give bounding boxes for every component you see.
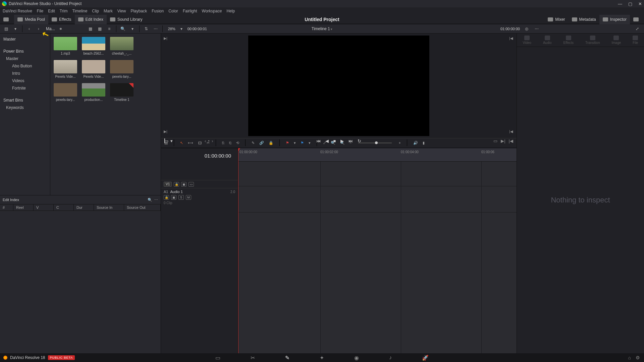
bin-item[interactable]: Master [0,55,50,62]
page-color[interactable]: ◉ [354,355,359,361]
page-fusion[interactable]: ✦ [320,355,324,361]
sidebar-toggle-button[interactable]: ▤ [3,25,9,32]
track-tag[interactable]: V1 [164,182,172,187]
home-button[interactable]: ⌂ [628,355,631,360]
viewer-options-button[interactable]: ⋯ [533,25,540,32]
inspector-tab-transition[interactable]: Transition [585,36,600,45]
auto-select-icon[interactable]: ▣ [181,182,186,187]
page-edit[interactable]: ✎ [285,355,289,361]
inspector-tab-video[interactable]: Video [523,36,531,45]
bin-item[interactable]: Intro [0,70,50,77]
track-tag[interactable]: A1 [164,190,168,194]
match-button[interactable]: ▭ [493,138,497,143]
maximize-button[interactable]: ▢ [628,1,632,6]
pool-options-button[interactable]: ⋯ [152,25,159,32]
next-edit-icon[interactable]: › [212,138,213,143]
chevron-down-icon[interactable]: ▾ [170,138,173,143]
disable-video-icon[interactable]: ▭ [189,182,194,187]
inspector-tab-effects[interactable]: Effects [564,36,574,45]
clip-thumb[interactable]: 1.mp3 [54,37,77,55]
clip-thumb[interactable]: cheetah_-_... [110,37,133,55]
menu-timeline[interactable]: Timeline [72,9,87,13]
next-clip-button[interactable]: ▶| [501,138,505,143]
col-v[interactable]: V [34,204,54,210]
menu-playback[interactable]: Playback [130,9,147,13]
page-fairlight[interactable]: ♪ [389,355,392,361]
inspector-tab-file[interactable]: File [633,36,638,45]
clip-thumb[interactable]: Pexels Vide... [54,60,77,78]
menu-view[interactable]: View [117,9,126,13]
nav-back-button[interactable]: ‹ [26,25,33,32]
viewer-zoom-percent[interactable]: 28% [168,27,175,31]
menu-help[interactable]: Help [226,9,235,13]
lock-icon[interactable]: 🔒 [164,195,169,200]
sort-button[interactable]: ⇅ [143,25,150,32]
playhead[interactable] [238,148,238,353]
media-pool-button[interactable]: Media Pool [14,15,48,24]
video-track-v1[interactable]: V1 🔒 ▣ ▭ [161,180,238,188]
grid-view-button[interactable]: ▦ [97,25,103,32]
stop-button[interactable]: ■ [333,138,336,143]
prev-edit-icon[interactable]: ‹ [205,138,206,143]
go-first-button[interactable]: ⏮ [316,138,321,143]
clip-thumb[interactable]: Timeline 1 [110,83,133,102]
menu-clip[interactable]: Clip [92,9,99,13]
effects-button[interactable]: Effects [48,15,74,24]
metadata-button[interactable]: Metadata [569,15,599,24]
clip-thumb[interactable]: Pexels Vide... [82,60,105,78]
search-icon[interactable]: 🔍 [148,198,152,202]
bypass-fx-button[interactable]: ◎ [523,25,530,32]
close-button[interactable]: ✕ [638,1,642,6]
clip-thumb[interactable]: pexels-tary... [110,60,133,78]
marker-dot-icon[interactable]: • [208,138,210,143]
timeline-timecode[interactable]: 01:00:00:00 [161,148,238,163]
audio-track-a1[interactable]: A1 Audio 1 2.0 🔒 ▣ S M 0 Clip [161,188,238,206]
mixer-button[interactable]: Mixer [544,15,568,24]
menu-trim[interactable]: Trim [60,9,68,13]
mute-button[interactable]: M [186,195,191,200]
page-deliver[interactable]: 🚀 [422,355,429,361]
fullscreen-viewer-button[interactable] [0,15,14,24]
bin-item[interactable]: Videos [0,77,50,84]
bin-item[interactable]: Abo Button [0,62,50,70]
timeline-ruler[interactable]: 01:00:00:00 01:00:02:00 01:00:04:00 01:0… [238,148,517,162]
thumb-view-button[interactable]: ▦ [87,25,94,32]
match-frame-icon[interactable]: ▶| [164,36,168,41]
go-last-button[interactable]: ⏭ [348,138,353,143]
menu-fusion[interactable]: Fusion [152,9,164,13]
clip-thumb[interactable]: beach-2562... [82,37,105,55]
lock-icon[interactable]: 🔒 [174,182,179,187]
dropdown-icon[interactable]: ▾ [12,25,19,32]
step-back-button[interactable]: ◀ [325,138,329,143]
solo-button[interactable]: S [178,195,184,200]
chevron-down-icon[interactable]: ▾ [129,25,136,32]
page-cut[interactable]: ✂ [251,355,255,361]
clip-thumb[interactable]: pexels-tary... [54,83,77,102]
prev-clip-button[interactable]: |◀ [509,138,513,143]
menu-resolve[interactable]: DaVinci Resolve [3,9,32,13]
col-c[interactable]: C [54,204,74,210]
col-reel[interactable]: Reel [13,204,34,210]
last-frame-icon[interactable]: |◀ [509,129,514,134]
bin-master[interactable]: Master [0,36,50,43]
menu-edit[interactable]: Edit [48,9,55,13]
bin-item[interactable]: Keywords [0,104,50,111]
chevron-down-icon[interactable]: ▾ [178,25,185,32]
inspector-button[interactable]: Inspector [599,15,630,24]
col-num[interactable]: # [0,204,13,210]
edit-index-button[interactable]: Edit Index [75,15,107,24]
minimize-button[interactable]: — [618,1,622,6]
col-dur[interactable]: Dur [74,204,94,210]
expand-inspector-button[interactable]: ⤢ [634,25,641,32]
viewer-frame[interactable]: ▶| |◀ ▶| |◀ [161,34,517,138]
options-icon[interactable]: ⋯ [154,198,158,202]
list-view-button[interactable]: ≡ [106,25,113,32]
expand-button[interactable] [630,15,644,24]
menu-fairlight[interactable]: Fairlight [183,9,197,13]
menu-file[interactable]: File [37,9,43,13]
project-settings-button[interactable]: ⚙ [636,355,640,360]
menu-mark[interactable]: Mark [104,9,113,13]
menu-color[interactable]: Color [168,9,178,13]
first-frame-icon[interactable]: ▶| [164,129,168,134]
play-button[interactable]: ▶ [340,138,344,143]
